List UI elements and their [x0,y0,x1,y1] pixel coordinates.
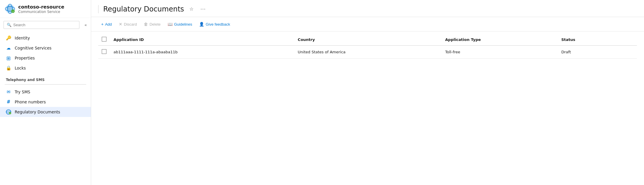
sidebar-item-label: Cognitive Services [15,46,51,50]
column-header-status: Status [558,34,637,46]
give-feedback-button[interactable]: 👤 Give feedback [196,20,233,28]
identity-icon: 🔑 [6,35,11,41]
sidebar-item-identity[interactable]: 🔑 Identity [0,33,91,43]
cognitive-services-icon: ☁ [6,45,11,51]
sidebar: ✓ contoso-resource Communication Service… [0,0,91,185]
sidebar-item-properties[interactable]: ⊞ Properties [0,53,91,63]
search-input[interactable] [13,23,76,27]
try-sms-icon: ✉ [6,89,11,95]
resource-type: Communication Service [18,10,86,14]
guidelines-icon: 📖 [168,22,173,27]
sidebar-item-phone-numbers[interactable]: # Phone numbers [0,97,91,107]
row-checkbox-cell [98,46,110,59]
add-icon: + [101,22,104,27]
main-header: Regulatory Documents ☆ ··· [91,0,644,17]
sidebar-item-label: Phone numbers [15,100,46,104]
favorite-button[interactable]: ☆ [188,5,195,13]
feedback-icon: 👤 [199,22,204,27]
sidebar-item-label: Properties [15,56,35,60]
sidebar-item-try-sms[interactable]: ✉ Try SMS [0,87,91,97]
sidebar-header: ✓ contoso-resource Communication Service [0,0,91,18]
guidelines-button[interactable]: 📖 Guidelines [165,20,195,28]
cell-app-id: ab111aaa-1111-111a-abaaba11b [110,46,294,59]
sidebar-item-label: Locks [15,66,26,70]
resource-logo: ✓ [5,4,15,14]
cell-status: Draft [558,46,637,59]
sidebar-item-regulatory-documents[interactable]: ✓ Regulatory Documents [0,107,91,117]
resource-info: contoso-resource Communication Service [18,4,86,14]
add-button[interactable]: + Add [98,20,115,28]
sidebar-item-label: Identity [15,36,30,40]
delete-button[interactable]: 🗑 Delete [141,20,163,28]
properties-icon: ⊞ [6,55,11,61]
table-container: Application ID Country Application Type … [91,32,644,185]
more-options-button[interactable]: ··· [199,5,208,13]
svg-text:✓: ✓ [9,112,11,114]
collapse-button[interactable]: « [83,22,89,28]
telephony-section-label: Telephony and SMS [0,74,91,83]
column-header-app-type: Application Type [442,34,558,46]
telephony-nav: ✉ Try SMS # Phone numbers ✓ Regulatory D… [0,86,91,118]
column-header-country: Country [294,34,442,46]
header-checkbox-cell [98,34,110,46]
discard-icon: ✕ [119,22,122,27]
resource-name: contoso-resource [18,4,86,10]
locks-icon: 🔒 [6,65,11,71]
header-divider [98,5,99,13]
sidebar-item-label: Regulatory Documents [15,110,60,114]
row-checkbox[interactable] [102,49,106,54]
cell-app-type: Toll-free [442,46,558,59]
column-header-app-id: Application ID [110,34,294,46]
table-header-row: Application ID Country Application Type … [98,34,637,46]
svg-text:✓: ✓ [12,10,14,13]
sidebar-item-label: Try SMS [15,90,30,94]
delete-icon: 🗑 [144,22,148,27]
cell-country: United States of America [294,46,442,59]
regulatory-documents-icon: ✓ [6,109,11,115]
toolbar: + Add ✕ Discard 🗑 Delete 📖 Guidelines 👤 … [91,17,644,32]
table-row[interactable]: ab111aaa-1111-111a-abaaba11b United Stat… [98,46,637,59]
search-bar[interactable]: 🔍 [4,21,79,29]
regulatory-documents-table: Application ID Country Application Type … [98,34,637,59]
main-content: Regulatory Documents ☆ ··· + Add ✕ Disca… [91,0,644,185]
select-all-checkbox[interactable] [102,37,106,42]
page-title: Regulatory Documents [103,5,184,13]
phone-numbers-icon: # [6,99,11,105]
sidebar-item-locks[interactable]: 🔒 Locks [0,63,91,73]
section-divider [5,84,86,85]
discard-button[interactable]: ✕ Discard [116,20,140,28]
sidebar-item-cognitive-services[interactable]: ☁ Cognitive Services [0,43,91,53]
search-icon: 🔍 [7,23,11,27]
main-nav: 🔑 Identity ☁ Cognitive Services ⊞ Proper… [0,32,91,74]
